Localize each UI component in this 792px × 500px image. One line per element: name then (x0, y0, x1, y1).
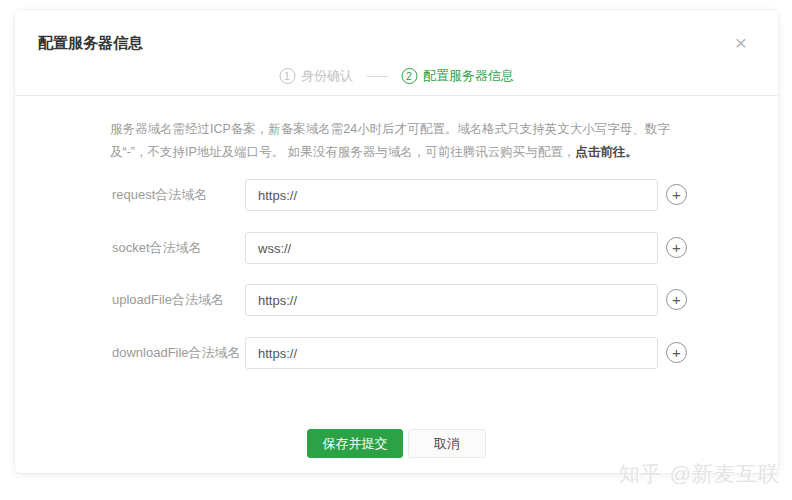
step-separator (366, 76, 388, 77)
configure-server-dialog: 配置服务器信息 × 1 身份确认 2 配置服务器信息 服务器域名需经过ICP备案… (15, 10, 778, 473)
downloadfile-domain-label: downloadFile合法域名 (112, 344, 241, 362)
form-row-uploadfile-domain: uploadFile合法域名 + (15, 284, 778, 316)
dialog-title: 配置服务器信息 (38, 34, 143, 53)
request-domain-input[interactable] (245, 179, 658, 211)
downloadfile-domain-input[interactable] (245, 337, 658, 369)
go-to-tencent-cloud-link[interactable]: 点击前往。 (575, 145, 638, 159)
request-domain-label: request合法域名 (112, 186, 207, 204)
dialog-actions: 保存并提交 取消 (15, 429, 778, 458)
add-request-domain-icon[interactable]: + (666, 184, 687, 205)
add-downloadfile-domain-icon[interactable]: + (666, 342, 687, 363)
socket-domain-label: socket合法域名 (112, 239, 202, 257)
dialog-header: 配置服务器信息 × 1 身份确认 2 配置服务器信息 (15, 10, 778, 96)
step-configure-server: 2 配置服务器信息 (401, 67, 514, 85)
save-and-submit-button[interactable]: 保存并提交 (307, 429, 403, 458)
uploadfile-domain-input[interactable] (245, 284, 658, 316)
step-2-circle: 2 (401, 68, 417, 84)
socket-domain-input[interactable] (245, 232, 658, 264)
cancel-button[interactable]: 取消 (408, 429, 486, 458)
close-icon[interactable]: × (730, 32, 752, 54)
step-1-label: 身份确认 (301, 67, 353, 85)
uploadfile-domain-label: uploadFile合法域名 (112, 291, 224, 309)
add-socket-domain-icon[interactable]: + (666, 237, 687, 258)
step-2-label: 配置服务器信息 (423, 67, 514, 85)
form-row-request-domain: request合法域名 + (15, 179, 778, 211)
form-row-socket-domain: socket合法域名 + (15, 232, 778, 264)
step-indicator: 1 身份确认 2 配置服务器信息 (279, 67, 514, 85)
add-uploadfile-domain-icon[interactable]: + (666, 289, 687, 310)
step-identity-confirm: 1 身份确认 (279, 67, 353, 85)
icp-notice-text: 服务器域名需经过ICP备案，新备案域名需24小时后才可配置。域名格式只支持英文大… (110, 118, 690, 164)
form-row-downloadfile-domain: downloadFile合法域名 + (15, 337, 778, 369)
step-1-circle: 1 (279, 68, 295, 84)
